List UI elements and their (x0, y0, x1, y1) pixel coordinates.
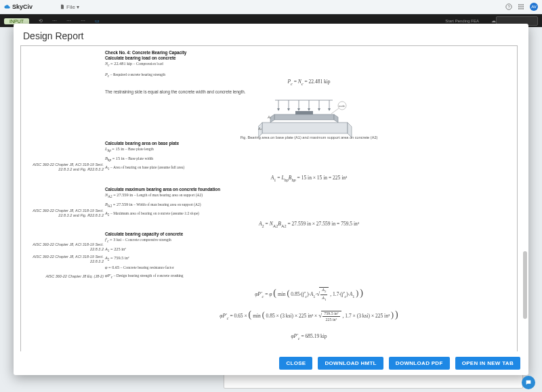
svg-rect-2 (518, 4, 520, 5)
file-menu[interactable]: File ▾ (60, 4, 79, 10)
skyciv-logo: SkyCiv (4, 3, 33, 10)
eq-phipc-res: φP′c = 685.19 kip (105, 333, 513, 341)
restraining-note: The restraining side is equal along the … (105, 89, 513, 95)
line-ba2: BA2 = 27.559 in – Width of max bearing a… (105, 202, 513, 209)
ref-text: AISC 360-22 Chapter J8, ACI 318-19 Sect.… (22, 162, 104, 172)
modal-body: AISC 360-22 Chapter J8, ACI 318-19 Sect.… (14, 45, 528, 351)
eq-a2: A2 = NA2BA2 = 27.559 in × 27.559 in = 75… (105, 221, 513, 228)
report-page: AISC 360-22 Chapter J8, ACI 318-19 Sect.… (20, 45, 518, 351)
ref-text: AISC 360-22 Chapter J8 Eq. (J8-2) (22, 274, 104, 279)
file-menu-label: File ▾ (66, 4, 79, 10)
line-fc: f′c = 3 ksi – Concrete compressive stren… (105, 237, 513, 244)
svg-marker-20 (318, 108, 320, 111)
eq-phipc-sym: φP′c = φ ( min ( 0.85·(f′c)·A1·A2A1 , 1.… (105, 287, 513, 301)
download-pdf-button[interactable]: DOWNLOAD PDF (389, 357, 450, 370)
svg-marker-16 (297, 108, 300, 111)
svg-rect-9 (520, 8, 522, 9)
svg-rect-25 (274, 114, 334, 120)
svg-rect-7 (522, 6, 524, 7)
svg-text:A₁: A₁ (267, 115, 271, 119)
svg-marker-12 (277, 108, 280, 111)
line-a1def: A1 – Area of bearing on base plate (assu… (105, 165, 513, 171)
bearing-figure: A₁ A₂ node (258, 99, 360, 139)
line-a1v: A1 = 225 in² (105, 246, 513, 253)
line-a2def: A2 – Maximum area of bearing on concrete… (105, 211, 513, 217)
avatar[interactable]: AV (530, 3, 538, 11)
line-nc: Nc = 22.481 kip – Compression load (105, 61, 513, 68)
rib-label[interactable]: Start Pending FEA (445, 19, 479, 23)
svg-rect-28 (262, 123, 348, 133)
line-lbp: Lbp = 15 in – Base plate length (105, 146, 513, 153)
rib-item[interactable]: ⋯ (66, 18, 71, 24)
brand-label: SkyCiv (12, 3, 33, 10)
hdr-max-bearing: Calculate maximum bearing area on concre… (105, 187, 513, 192)
hdr-capacity: Calculate bearing capacity of concrete (105, 232, 513, 237)
svg-rect-5 (518, 6, 520, 7)
hdr-bearing-load: Calculate bearing load on concrete (105, 56, 513, 61)
cloud-sync-icon[interactable]: ☁ (491, 18, 496, 24)
svg-rect-6 (520, 6, 522, 7)
line-na2: NA2 = 27.559 in – Length of max bearing … (105, 192, 513, 199)
line-phipc-def: φP′c – Design bearing strength of concre… (105, 273, 513, 280)
svg-rect-4 (522, 4, 524, 5)
modal-footer: CLOSE DOWNLOAD HMTL DOWNLOAD PDF OPEN IN… (14, 351, 528, 375)
svg-marker-18 (308, 108, 310, 111)
svg-text:node: node (339, 104, 346, 108)
eq-phipc-num: φP′c = 0.65 × ( min ( 0.85 × (3 ksi) × 2… (105, 309, 513, 322)
svg-marker-27 (334, 114, 338, 123)
rib-item[interactable]: ⋯ (81, 18, 85, 24)
open-new-tab-button[interactable]: OPEN IN NEW TAB (455, 357, 520, 370)
rib-item[interactable]: ⋯ (52, 18, 57, 24)
ref-text: AISC 360-22 Chapter J8, ACI 318-19 Sect.… (22, 209, 104, 218)
line-bbp: Bbp = 15 in – Base plate width (105, 156, 513, 162)
svg-text:?: ? (507, 5, 510, 9)
scrollbar-thumb[interactable] (523, 251, 527, 319)
file-icon (60, 4, 65, 9)
svg-rect-3 (520, 4, 522, 5)
help-icon[interactable]: ? (505, 3, 512, 10)
hdr-bearing-area: Calculate bearing area on base plate (105, 141, 513, 146)
ref-text: AISC 360-22 Chapter J8, ACI 318-19 Sect.… (22, 242, 104, 252)
check4-title: Check No. 4: Concrete Bearing Capacity (105, 50, 513, 56)
close-button[interactable]: CLOSE (279, 357, 312, 370)
line-phi: φ = 0.65 – Concrete bearing resistance f… (105, 265, 513, 270)
cloud-icon (4, 3, 11, 10)
svg-rect-10 (522, 8, 524, 9)
line-a2v: A2 = 759.5 in² (105, 255, 513, 262)
design-report-modal: Design Report AISC 360-22 Chapter J8, AC… (14, 24, 528, 375)
eq-pc: Pc = Nc = 22.481 kip (105, 79, 513, 86)
modal-title: Design Report (14, 24, 528, 45)
modal-scrollbar[interactable] (523, 48, 527, 335)
fig-caption: Fig. Bearing area on base plate (A1) and… (105, 135, 513, 140)
svg-line-35 (331, 108, 339, 114)
eq-a1: A1 = LbpBbp = 15 in × 15 in = 225 in² (105, 175, 513, 182)
rib-item-active[interactable]: ▭ (95, 18, 100, 24)
svg-marker-22 (328, 108, 331, 111)
chat-bubble-icon[interactable] (522, 376, 535, 389)
ref-text: AISC 360-22 Chapter J8, ACI 318-19 Sect.… (22, 255, 104, 264)
rib-item[interactable]: ⟲ (39, 18, 43, 24)
line-pc: Pc – Required concrete bearing strength (105, 72, 513, 79)
svg-rect-24 (295, 111, 313, 114)
apps-icon[interactable] (518, 3, 524, 10)
svg-rect-8 (518, 8, 520, 9)
svg-marker-14 (287, 108, 290, 111)
download-html-button[interactable]: DOWNLOAD HMTL (318, 357, 383, 370)
